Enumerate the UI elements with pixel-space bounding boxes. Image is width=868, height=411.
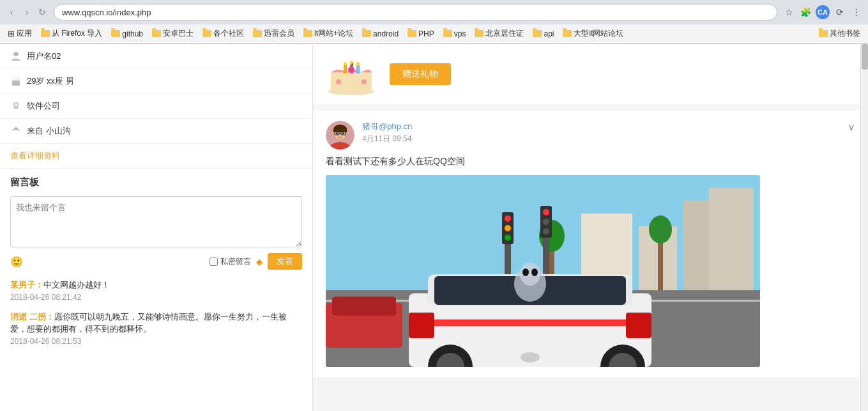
svg-rect-55	[428, 320, 632, 326]
bookmark-label: 各个社区	[213, 28, 244, 39]
browser-navigation: ‹ › ↻	[5, 6, 49, 19]
left-sidebar: 用户名02 29岁 xx座 男 软件公司 来自 小山沟 查看	[0, 44, 313, 411]
bookmark-firefox[interactable]: 从 Firefox 导入	[37, 27, 106, 40]
profile-icon[interactable]: CA	[816, 5, 830, 19]
folder-icon	[407, 30, 416, 37]
entry-1-text: 中文网越办越好！	[43, 280, 110, 290]
svg-rect-8	[356, 65, 360, 74]
svg-rect-0	[13, 52, 19, 56]
bookmark-label: PHP	[418, 29, 434, 38]
svg-point-23	[336, 132, 338, 134]
guestbook-controls: 🙂 私密留言 ◆ 发表	[10, 253, 302, 270]
guestbook-section: 留言板 🙂 私密留言 ◆ 发表 某男子：中文网越办越好！ 2018-04-26 …	[0, 169, 312, 353]
address-bar[interactable]: www.qqscn.io/index.php	[54, 4, 777, 20]
svg-point-43	[543, 228, 549, 235]
svg-rect-47	[332, 297, 396, 316]
post-text: 看看测试下还有多少人在玩QQ空间	[326, 156, 855, 167]
bookmark-api[interactable]: api	[529, 28, 558, 40]
post-expand-button[interactable]: ∨	[848, 121, 855, 133]
bookmark-large-it[interactable]: 大型it网站论坛	[559, 27, 627, 40]
svg-point-13	[362, 79, 367, 84]
apps-grid-icon: ⊞	[8, 29, 15, 38]
bookmark-label: 其他书签	[830, 28, 860, 39]
svg-point-53	[522, 268, 529, 276]
titlebar: ‹ › ↻ www.qqscn.io/index.php ☆ 🧩 CA ⟳ ⋮	[0, 0, 868, 24]
bookmark-other[interactable]: 其他书签	[815, 27, 864, 40]
guestbook-title: 留言板	[10, 176, 302, 189]
sync-icon[interactable]: ⟳	[834, 6, 846, 19]
browser-actions: ☆ 🧩 CA ⟳ ⋮	[782, 5, 863, 19]
avatar	[326, 121, 354, 150]
right-panel-scrollbar[interactable]	[860, 44, 868, 411]
url-text: www.qqscn.io/index.php	[62, 8, 151, 17]
folder-icon	[819, 30, 828, 37]
location-text: 来自 小山沟	[27, 125, 71, 137]
extension-icon[interactable]: 🧩	[799, 6, 812, 19]
submit-button[interactable]: 发表	[268, 253, 302, 270]
private-check-label[interactable]: 私密留言	[209, 256, 251, 267]
post-author[interactable]: 猪哥@php.cn	[362, 121, 840, 132]
entry-2-author-line: 消逝 二拐：愿你既可以朝九晚五，又能够诗情画意。愿你一生努力，一生被爱，想要的都…	[10, 311, 302, 336]
folder-icon	[475, 30, 483, 37]
folder-icon	[303, 30, 312, 37]
post-meta: 猪哥@php.cn 4月11日 09:54	[362, 121, 840, 144]
gift-button[interactable]: 赠送礼物	[390, 63, 451, 85]
forward-button[interactable]: ›	[20, 6, 33, 19]
svg-point-12	[336, 79, 341, 84]
guestbook-input[interactable]	[10, 196, 302, 247]
menu-icon[interactable]: ⋮	[850, 6, 863, 19]
svg-rect-29	[709, 188, 754, 290]
svg-rect-58	[626, 313, 651, 338]
svg-point-33	[649, 215, 672, 244]
main-content: 用户名02 29岁 xx座 男 软件公司 来自 小山沟 查看	[0, 44, 868, 411]
birthday-icon	[10, 75, 22, 87]
bookmark-github[interactable]: github	[107, 28, 147, 40]
svg-point-42	[543, 219, 549, 225]
refresh-button[interactable]: ↻	[36, 6, 49, 19]
folder-icon	[111, 30, 120, 37]
bookmark-xunlei[interactable]: 迅雷会员	[249, 27, 298, 40]
bookmark-label: 北京居住证	[485, 28, 524, 39]
private-checkbox[interactable]	[209, 258, 218, 266]
bookmarks-bar: ⊞ 应用 从 Firefox 导入 github 安卓巴士 各个社区 迅雷会员 …	[0, 24, 868, 43]
profile-info: 用户名02 29岁 xx座 男 软件公司 来自 小山沟 查看	[0, 44, 312, 169]
bookmark-label: android	[373, 29, 399, 38]
back-button[interactable]: ‹	[5, 6, 18, 19]
guestbook-entry-1: 某男子：中文网越办越好！ 2018-04-26 08:21:42	[10, 279, 302, 302]
folder-icon	[443, 30, 452, 37]
age-field: 29岁 xx座 男	[0, 69, 312, 94]
folder-icon	[41, 30, 50, 37]
right-panel: 赠送礼物	[313, 44, 868, 411]
view-profile-link[interactable]: 查看详细资料	[0, 144, 312, 169]
location-icon	[10, 125, 22, 137]
entry-2-author[interactable]: 消逝 二拐	[10, 312, 46, 322]
company-text: 软件公司	[27, 100, 60, 112]
vip-icon: ◆	[256, 257, 263, 267]
svg-point-63	[521, 352, 540, 362]
scrollbar-thumb[interactable]	[862, 44, 868, 70]
emoji-icon[interactable]: 🙂	[10, 256, 23, 268]
location-field: 来自 小山沟	[0, 119, 312, 144]
svg-point-9	[344, 62, 347, 66]
entry-1-author-line: 某男子：中文网越办越好！	[10, 279, 302, 291]
svg-rect-6	[344, 65, 347, 74]
bookmark-beijing[interactable]: 北京居住证	[471, 27, 528, 40]
bookmark-vps[interactable]: vps	[439, 28, 470, 40]
bookmark-php[interactable]: PHP	[404, 28, 438, 40]
bookmark-android[interactable]: android	[358, 28, 402, 40]
age-text: 29岁 xx座 男	[27, 75, 74, 87]
username-field: 用户名02	[0, 44, 312, 69]
bookmark-label: 安卓巴士	[163, 28, 194, 39]
entry-1-author[interactable]: 某男子	[10, 280, 35, 290]
bookmark-it-forum[interactable]: it网站+论坛	[300, 27, 357, 40]
post-header: 猪哥@php.cn 4月11日 09:54 ∨	[326, 121, 855, 150]
bookmark-label: 从 Firefox 导入	[52, 28, 102, 39]
bookmark-communities[interactable]: 各个社区	[199, 27, 248, 40]
entry-1-time: 2018-04-26 08:21:42	[10, 293, 302, 302]
folder-icon	[563, 30, 572, 37]
bookmark-star-icon[interactable]: ☆	[782, 6, 795, 19]
svg-point-14	[348, 66, 354, 73]
bookmark-android-bus[interactable]: 安卓巴士	[148, 27, 197, 40]
apps-bookmark[interactable]: ⊞ 应用	[4, 27, 36, 40]
gift-section: 赠送礼物	[313, 44, 868, 104]
